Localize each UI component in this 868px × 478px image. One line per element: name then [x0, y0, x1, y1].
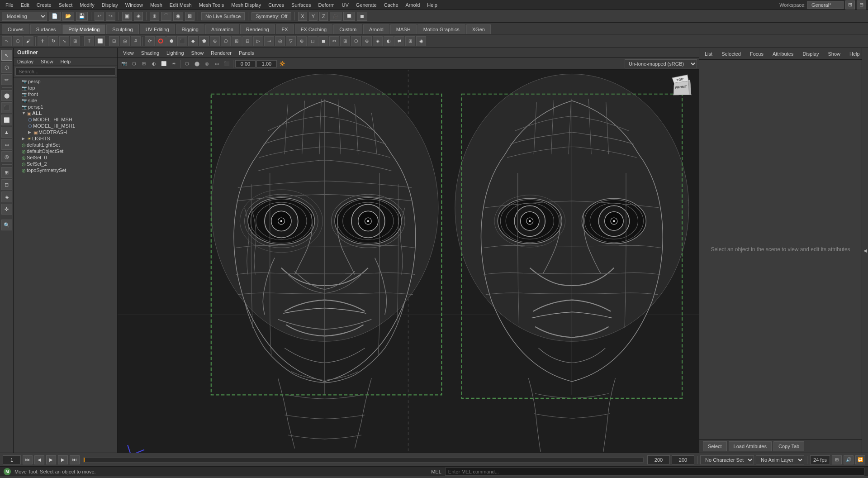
tree-lights[interactable]: ▶ ☀ LIGHTS [14, 135, 117, 142]
attr-focus[interactable]: Focus [748, 50, 765, 57]
render-btn[interactable]: 🔲 [343, 12, 355, 21]
tree-topo-sym[interactable]: ◎ topoSymmetrySet [14, 167, 117, 173]
tree-top[interactable]: 📷 top [14, 85, 117, 91]
tree-modtrash[interactable]: ▶ ▣ MODTRASH [14, 129, 117, 135]
play-btn[interactable]: ▶ [46, 455, 56, 464]
camera-btn[interactable]: 🎥 [330, 12, 342, 21]
tab-animation[interactable]: Animation [205, 24, 239, 34]
attr-show[interactable]: Show [826, 50, 842, 57]
tb-fill[interactable]: ◻ [308, 36, 318, 46]
tab-surfaces[interactable]: Surfaces [30, 24, 62, 34]
tab-uv-editing[interactable]: UV Editing [140, 24, 175, 34]
outliner-menu-show[interactable]: Show [39, 58, 55, 65]
outliner-menu-display[interactable]: Display [15, 58, 35, 65]
tb-boolean[interactable]: ⊞ [340, 36, 350, 46]
right-panel-toggle[interactable]: ◀ [862, 48, 868, 453]
vp-menu-panels[interactable]: Panels [237, 50, 256, 56]
tool-search[interactable]: 🔍 [1, 220, 12, 230]
redo-btn[interactable]: ↪ [106, 12, 115, 21]
tb-paint[interactable]: 🖌 [24, 36, 33, 46]
tb-offset[interactable]: ⬟ [199, 36, 209, 46]
tool-snap2[interactable]: ◈ [1, 191, 12, 202]
tb-svg[interactable]: ⬜ [95, 36, 105, 46]
prev-key-btn[interactable]: ⏮ [23, 455, 33, 464]
loop-btn[interactable]: 🔁 [855, 455, 865, 464]
anim-layer-dropdown[interactable]: No Anim Layer [756, 455, 804, 464]
attr-list[interactable]: List [703, 50, 714, 57]
tb-text[interactable]: T [84, 36, 94, 46]
vp-menu-show[interactable]: Show [190, 50, 206, 56]
attr-help[interactable]: Help [848, 50, 862, 57]
tb-grid[interactable]: ⊟ [109, 36, 119, 46]
snap-point[interactable]: ◉ [173, 12, 183, 21]
viewport-canvas[interactable]: persp TOP FRONT L [118, 70, 699, 453]
tb-slide[interactable]: ▷ [253, 36, 263, 46]
tool-lasso[interactable]: ⬡ [1, 62, 12, 73]
sound-btn[interactable]: 🔊 [844, 455, 854, 464]
vp-grid-icon[interactable]: ⊞ [139, 59, 148, 68]
tb-bevel[interactable]: ◆ [188, 36, 198, 46]
tb-quad[interactable]: ⬠ [221, 36, 231, 46]
menu-edit[interactable]: Edit [17, 1, 33, 9]
tool-mesh-box[interactable]: ⬛ [1, 102, 12, 113]
vp-shading-dropdown[interactable]: Un-tone-mapped (sRGB) [625, 59, 697, 68]
tb-crease[interactable]: ⊸ [264, 36, 274, 46]
key-mode-btn[interactable]: ⊞ [832, 455, 842, 464]
menu-select[interactable]: Select [55, 1, 76, 9]
tb-scale[interactable]: ⤡ [59, 36, 69, 46]
menu-uv[interactable]: UV [338, 1, 352, 9]
copy-tab-button[interactable]: Copy Tab [773, 441, 804, 451]
search-input[interactable] [15, 67, 115, 76]
tab-motion-graphics[interactable]: Motion Graphics [417, 24, 465, 34]
next-frame-btn[interactable]: ▶ [58, 455, 68, 464]
tool-mesh-cyl[interactable]: ⬜ [1, 115, 12, 125]
nav-cube[interactable]: TOP FRONT L [667, 73, 694, 100]
tb-split[interactable]: ⊞ [232, 36, 242, 46]
vp-texture-icon[interactable]: ⬜ [159, 59, 168, 68]
vp-menu-lighting[interactable]: Lighting [165, 50, 186, 56]
tb-reduce[interactable]: ◈ [373, 36, 383, 46]
timeline-progress[interactable] [83, 457, 644, 463]
menu-create[interactable]: Create [33, 1, 55, 9]
tb-loop[interactable]: ⭕ [156, 36, 166, 46]
snap-grid[interactable]: ⊕ [150, 12, 159, 21]
tb-wedge[interactable]: ▽ [286, 36, 296, 46]
workspace-icon-1[interactable]: ⊞ [845, 0, 855, 10]
tb-paint2[interactable]: ◐ [384, 36, 394, 46]
tb-transfer[interactable]: ⇄ [394, 36, 404, 46]
stop-btn[interactable]: ⏹ [357, 12, 367, 21]
tb-select[interactable]: ↖ [2, 36, 12, 46]
tool-pivot[interactable]: ✜ [1, 204, 12, 215]
tab-xgen[interactable]: XGen [466, 24, 491, 34]
tb-spin[interactable]: ⟳ [145, 36, 155, 46]
vp-shadow-icon[interactable]: ◐ [149, 59, 158, 68]
vp-wireframe-icon[interactable]: ⬡ [182, 59, 191, 68]
tool-mesh-plane[interactable]: ▭ [1, 139, 12, 150]
vp-light-icon[interactable]: ☀ [169, 59, 178, 68]
mode-dropdown[interactable]: Modeling [2, 12, 47, 21]
vp-bb-icon[interactable]: ⬛ [222, 59, 231, 68]
outliner-menu-help[interactable]: Help [59, 58, 73, 65]
tree-default-object-set[interactable]: ◎ defaultObjectSet [14, 148, 117, 154]
vp-smooth-icon[interactable]: ◎ [202, 59, 211, 68]
tab-rigging[interactable]: Rigging [176, 24, 204, 34]
select-button[interactable]: Select [703, 441, 727, 451]
tab-poly-modeling[interactable]: Poly Modeling [62, 24, 105, 34]
tb-append[interactable]: ◼ [318, 36, 328, 46]
vp-hdr-icon[interactable]: 🔆 [278, 59, 287, 68]
tree-front[interactable]: 📷 front [14, 91, 117, 97]
tab-arnold[interactable]: Arnold [363, 24, 389, 34]
snap-view[interactable]: ⊠ [185, 12, 194, 21]
prev-frame-btn[interactable]: ◀ [34, 455, 44, 464]
current-frame-field[interactable] [3, 455, 21, 464]
tab-fx-caching[interactable]: FX Caching [295, 24, 332, 34]
vp-flat-icon[interactable]: ▭ [212, 59, 221, 68]
next-key-btn[interactable]: ⏭ [70, 455, 80, 464]
menu-help[interactable]: Help [423, 1, 441, 9]
tb-lasso[interactable]: ⬡ [13, 36, 23, 46]
tab-custom[interactable]: Custom [333, 24, 362, 34]
range-end-field[interactable] [672, 455, 694, 464]
tab-sculpting[interactable]: Sculpting [106, 24, 138, 34]
menu-mesh[interactable]: Mesh [147, 1, 166, 9]
tree-selset0[interactable]: ◎ SelSet_0 [14, 154, 117, 161]
